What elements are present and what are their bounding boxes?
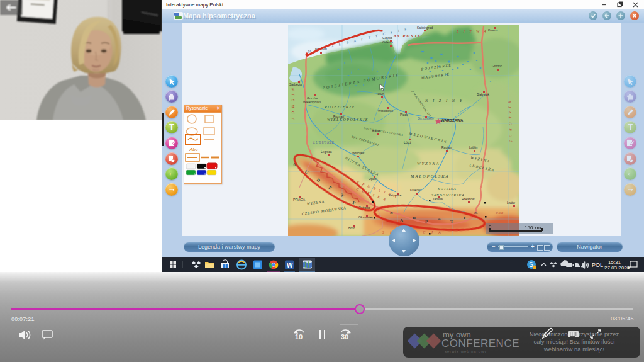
svg-text:POL: POL	[592, 262, 603, 268]
svg-text:S: S	[529, 261, 533, 268]
svg-text:10: 10	[295, 333, 303, 341]
svg-text:15:31: 15:31	[608, 259, 621, 265]
svg-text:27.03.2020: 27.03.2020	[604, 265, 630, 271]
svg-text:30: 30	[341, 333, 348, 341]
svg-text:W: W	[287, 262, 293, 269]
svg-text:Abc: Abc	[189, 147, 198, 152]
